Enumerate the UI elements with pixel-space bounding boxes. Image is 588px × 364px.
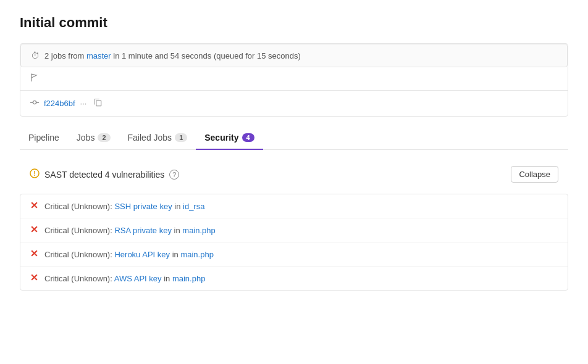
jobs-badge: 2 — [98, 133, 110, 142]
commit-icon — [30, 98, 39, 109]
vuln-item: Critical (Unknown): RSA private key in m… — [20, 218, 568, 242]
commit-dots: ··· — [80, 99, 87, 108]
vuln-file-link-3[interactable]: main.php — [172, 274, 205, 283]
vulnerabilities-list: Critical (Unknown): SSH private key in i… — [20, 194, 568, 291]
clock-icon: ⏱ — [31, 51, 40, 60]
error-icon — [30, 249, 38, 259]
help-icon[interactable]: ? — [169, 170, 179, 180]
info-bar: ⏱ 2 jobs from master in 1 minute and 54 … — [20, 44, 568, 67]
branch-link[interactable]: master — [86, 51, 111, 60]
vuln-item: Critical (Unknown): Heroku API key in ma… — [20, 242, 568, 267]
page-title: Initial commit — [20, 15, 568, 31]
info-bar-text: 2 jobs from master in 1 minute and 54 se… — [44, 51, 301, 60]
flag-row — [20, 67, 568, 91]
error-icon — [30, 225, 38, 235]
sast-description: SAST detected 4 vulnerabilities — [44, 170, 164, 180]
sast-header: ! SAST detected 4 vulnerabilities ? Coll… — [20, 160, 568, 189]
svg-text:!: ! — [33, 170, 35, 177]
security-badge: 4 — [242, 133, 254, 142]
vuln-link-0[interactable]: SSH private key — [114, 202, 172, 211]
error-icon — [30, 273, 38, 283]
tab-failed-jobs[interactable]: Failed Jobs 1 — [119, 126, 196, 150]
tabs-bar: Pipeline Jobs 2 Failed Jobs 1 Security 4 — [20, 126, 568, 150]
vuln-file-link-0[interactable]: id_rsa — [183, 202, 204, 211]
sast-description-row: ! SAST detected 4 vulnerabilities ? — [30, 168, 179, 181]
alert-icon: ! — [30, 168, 40, 181]
collapse-button[interactable]: Collapse — [511, 166, 558, 183]
svg-point-0 — [33, 101, 36, 104]
vuln-file-link-1[interactable]: main.php — [182, 226, 215, 235]
tab-security[interactable]: Security 4 — [196, 126, 262, 150]
tab-jobs[interactable]: Jobs 2 — [68, 126, 119, 150]
vuln-item: Critical (Unknown): SSH private key in i… — [20, 194, 568, 218]
commit-hash-link[interactable]: f224b6bf — [44, 99, 75, 108]
vuln-file-link-2[interactable]: main.php — [180, 250, 213, 259]
vuln-link-1[interactable]: RSA private key — [114, 226, 172, 235]
tab-pipeline[interactable]: Pipeline — [20, 126, 68, 150]
failed-jobs-badge: 1 — [175, 133, 187, 142]
vuln-link-2[interactable]: Heroku API key — [114, 250, 170, 259]
pipeline-info-box: ⏱ 2 jobs from master in 1 minute and 54 … — [20, 43, 568, 117]
copy-commit-button[interactable] — [91, 97, 105, 110]
flag-icon — [30, 73, 39, 84]
vuln-link-3[interactable]: AWS API key — [114, 274, 162, 283]
vuln-item: Critical (Unknown): AWS API key in main.… — [20, 267, 568, 290]
security-content: ! SAST detected 4 vulnerabilities ? Coll… — [20, 150, 568, 305]
error-icon — [30, 201, 38, 211]
commit-row: f224b6bf ··· — [20, 91, 568, 116]
